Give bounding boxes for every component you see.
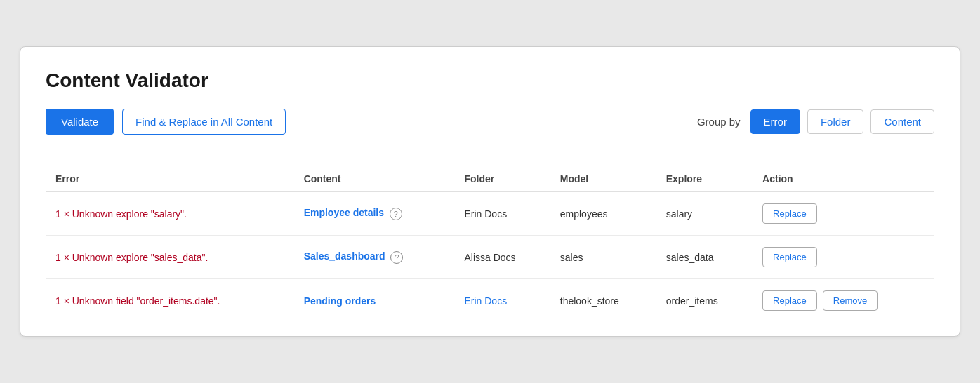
error-cell: 1 × Unknown field "order_items.date". [46, 279, 294, 323]
table-row: 1 × Unknown explore "salary". Employee d… [46, 192, 934, 236]
folder-link[interactable]: Erin Docs [464, 295, 507, 307]
col-header-model: Model [550, 166, 656, 192]
model-cell: employees [550, 192, 656, 236]
action-cell: Replace Remove [753, 279, 934, 323]
help-icon[interactable]: ? [390, 251, 403, 264]
content-link[interactable]: Employee details [304, 207, 384, 218]
folder-name: Alissa Docs [464, 252, 515, 263]
explore-cell: order_items [656, 279, 753, 323]
remove-button[interactable]: Remove [823, 290, 878, 311]
col-header-explore: Explore [656, 166, 753, 192]
error-text: 1 × Unknown explore "salary". [55, 208, 187, 220]
replace-button[interactable]: Replace [762, 290, 817, 311]
explore-cell: sales_data [656, 236, 753, 279]
error-text: 1 × Unknown field "order_items.date". [55, 295, 220, 307]
validate-button[interactable]: Validate [46, 109, 114, 135]
col-header-action: Action [753, 166, 934, 192]
content-cell: Pending orders [294, 279, 455, 323]
group-by-content-button[interactable]: Content [870, 109, 934, 134]
replace-button[interactable]: Replace [762, 247, 817, 267]
content-cell: Sales_dashboard ? [294, 236, 455, 279]
toolbar-left: Validate Find & Replace in All Content [46, 109, 286, 135]
error-cell: 1 × Unknown explore "sales_data". [46, 236, 294, 279]
content-link[interactable]: Pending orders [304, 295, 376, 307]
content-cell: Employee details ? [294, 192, 455, 236]
folder-cell: Erin Docs [454, 279, 550, 323]
table-row: 1 × Unknown field "order_items.date". Pe… [46, 279, 934, 323]
model-cell: sales [550, 236, 656, 279]
group-by-folder-button[interactable]: Folder [807, 109, 864, 134]
col-header-content: Content [294, 166, 455, 192]
table-header-row: Error Content Folder Model Explore Actio… [46, 166, 934, 192]
folder-name: Erin Docs [464, 208, 507, 220]
error-text: 1 × Unknown explore "sales_data". [55, 252, 208, 263]
action-cell: Replace [753, 192, 934, 236]
help-icon[interactable]: ? [390, 208, 402, 220]
table-row: 1 × Unknown explore "sales_data". Sales_… [46, 236, 934, 279]
group-by-error-button[interactable]: Error [750, 109, 800, 134]
group-by-label: Group by [697, 116, 741, 128]
error-cell: 1 × Unknown explore "salary". [46, 192, 294, 236]
toolbar-right: Group by Error Folder Content [697, 109, 934, 134]
col-header-folder: Folder [454, 166, 550, 192]
replace-button[interactable]: Replace [762, 203, 817, 224]
folder-cell: Alissa Docs [454, 236, 550, 279]
content-link[interactable]: Sales_dashboard [304, 250, 385, 262]
results-table: Error Content Folder Model Explore Actio… [46, 166, 934, 322]
toolbar: Validate Find & Replace in All Content G… [46, 109, 934, 149]
page-title: Content Validator [46, 69, 934, 92]
model-cell: thelook_store [550, 279, 656, 323]
col-header-error: Error [46, 166, 294, 192]
action-cell: Replace [753, 236, 934, 279]
find-replace-button[interactable]: Find & Replace in All Content [122, 109, 286, 135]
folder-cell: Erin Docs [454, 192, 550, 236]
content-validator-card: Content Validator Validate Find & Replac… [20, 46, 960, 337]
explore-cell: salary [656, 192, 753, 236]
